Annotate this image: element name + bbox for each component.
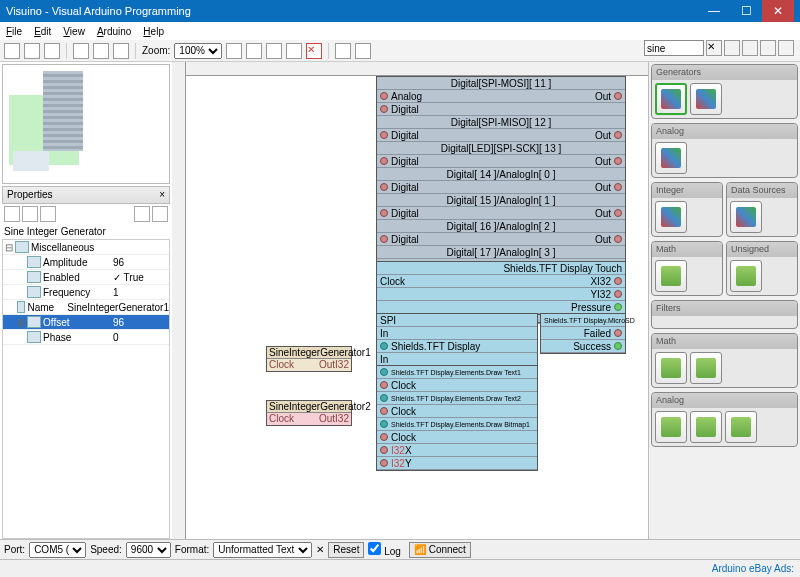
property-row[interactable]: ⊞Offset96 bbox=[3, 315, 169, 330]
tft-elements[interactable]: Shields.TFT Display.Elements.Draw Text1C… bbox=[376, 365, 538, 471]
pin-row[interactable]: DigitalOut bbox=[377, 181, 625, 194]
palette-item[interactable] bbox=[730, 260, 762, 292]
prop-tool1-icon[interactable] bbox=[4, 206, 20, 222]
palette-item[interactable] bbox=[655, 201, 687, 233]
layers-icon[interactable] bbox=[113, 43, 129, 59]
properties-close-icon[interactable]: × bbox=[159, 187, 165, 203]
palette-item[interactable] bbox=[725, 411, 757, 443]
prop-group[interactable]: ⊟ Miscellaneous bbox=[3, 240, 169, 255]
properties-toolbar bbox=[0, 204, 172, 224]
component-palette[interactable]: Generators Analog Integer Data Sources M… bbox=[648, 62, 800, 539]
palette-item[interactable] bbox=[655, 260, 687, 292]
prop-tool4-icon[interactable] bbox=[134, 206, 150, 222]
zoom-fit-icon[interactable] bbox=[266, 43, 282, 59]
menu-help[interactable]: Help bbox=[143, 26, 164, 37]
minimize-button[interactable]: — bbox=[698, 0, 730, 22]
format-label: Format: bbox=[175, 544, 209, 555]
zoom-select[interactable]: 100% bbox=[174, 43, 222, 59]
property-row[interactable]: Enabled✓ True bbox=[3, 270, 169, 285]
prop-tool5-icon[interactable] bbox=[152, 206, 168, 222]
palette-item[interactable] bbox=[690, 411, 722, 443]
element-row[interactable]: Shields.TFT Display.Elements.Draw Text1 bbox=[377, 366, 537, 379]
prop-tool2-icon[interactable] bbox=[22, 206, 38, 222]
view-icon[interactable] bbox=[93, 43, 109, 59]
connect-button[interactable]: 📶 Connect bbox=[409, 542, 471, 558]
grid-icon[interactable] bbox=[73, 43, 89, 59]
zoom-out-icon[interactable] bbox=[246, 43, 262, 59]
pin-row[interactable]: DigitalOut bbox=[377, 129, 625, 142]
delete-icon[interactable]: ✕ bbox=[306, 43, 322, 59]
search-filter3-icon[interactable] bbox=[760, 40, 776, 56]
port-select[interactable]: COM5 ( bbox=[29, 542, 86, 558]
arduino-icon[interactable] bbox=[335, 43, 351, 59]
tft-touch-shield[interactable]: Shields.TFT Display Touch ClockXI32 YI32… bbox=[376, 261, 626, 315]
search-clear-icon[interactable]: ✕ bbox=[706, 40, 722, 56]
upload-icon[interactable] bbox=[355, 43, 371, 59]
overview-map[interactable] bbox=[2, 64, 170, 184]
search-input[interactable] bbox=[644, 40, 704, 56]
pin-row[interactable]: DigitalOut bbox=[377, 233, 625, 246]
palette-item-unsigned[interactable] bbox=[690, 83, 722, 115]
component-name: Sine Integer Generator bbox=[0, 224, 172, 239]
palette-datasources: Data Sources bbox=[726, 182, 798, 237]
palette-item[interactable] bbox=[655, 411, 687, 443]
element-clock[interactable]: Clock bbox=[377, 405, 537, 418]
element-clock[interactable]: Clock bbox=[377, 431, 537, 444]
maximize-button[interactable]: ☐ bbox=[730, 0, 762, 22]
pin-row[interactable]: DigitalOut bbox=[377, 207, 625, 220]
cut-icon[interactable] bbox=[286, 43, 302, 59]
properties-tree[interactable]: ⊟ Miscellaneous Amplitude96Enabled✓ True… bbox=[2, 239, 170, 539]
speed-select[interactable]: 9600 bbox=[126, 542, 171, 558]
search-filter1-icon[interactable] bbox=[724, 40, 740, 56]
palette-math: Math bbox=[651, 241, 723, 296]
log-checkbox[interactable]: Log bbox=[368, 542, 400, 557]
property-row[interactable]: Phase0 bbox=[3, 330, 169, 345]
sine-generator-1[interactable]: SineIntegerGenerator1 ClockOutI32 bbox=[266, 346, 352, 372]
property-row[interactable]: NameSineIntegerGenerator1 bbox=[3, 300, 169, 315]
palette-item-sine-integer[interactable] bbox=[655, 83, 687, 115]
menu-view[interactable]: View bbox=[63, 26, 85, 37]
tft-display[interactable]: SPI In Shields.TFT Display In bbox=[376, 313, 538, 367]
palette-item[interactable] bbox=[655, 352, 687, 384]
prop-tool3-icon[interactable] bbox=[40, 206, 56, 222]
element-clock[interactable]: Clock bbox=[377, 379, 537, 392]
pin-row[interactable]: AnalogOut bbox=[377, 90, 625, 103]
pin-header: Digital[ 15 ]/AnalogIn[ 1 ] bbox=[377, 194, 625, 207]
ruler-vertical bbox=[172, 62, 186, 539]
save-icon[interactable] bbox=[44, 43, 60, 59]
pin-row[interactable]: DigitalOut bbox=[377, 155, 625, 168]
close-button[interactable]: ✕ bbox=[762, 0, 794, 22]
palette-generators: Generators bbox=[651, 64, 798, 119]
element-row[interactable]: Shields.TFT Display.Elements.Draw Bitmap… bbox=[377, 418, 537, 431]
menu-edit[interactable]: Edit bbox=[34, 26, 51, 37]
menu-arduino[interactable]: Arduino bbox=[97, 26, 131, 37]
search-row: ✕ bbox=[644, 40, 794, 56]
palette-item[interactable] bbox=[690, 352, 722, 384]
menubar: File Edit View Arduino Help bbox=[0, 22, 800, 40]
palette-integer: Integer bbox=[651, 182, 723, 237]
pin-header: Digital[ 16 ]/AnalogIn[ 2 ] bbox=[377, 220, 625, 233]
property-row[interactable]: Frequency1 bbox=[3, 285, 169, 300]
new-icon[interactable] bbox=[4, 43, 20, 59]
search-filter4-icon[interactable] bbox=[778, 40, 794, 56]
menu-file[interactable]: File bbox=[6, 26, 22, 37]
sine-generator-2[interactable]: SineIntegerGenerator2 ClockOutI32 bbox=[266, 400, 352, 426]
format-select[interactable]: Unformatted Text bbox=[213, 542, 312, 558]
serial-toolbar: Port: COM5 ( Speed: 9600 Format: Unforma… bbox=[0, 539, 800, 559]
tft-microsd[interactable]: Shields.TFT Display.MicroSD Failed Succe… bbox=[540, 313, 626, 354]
search-filter2-icon[interactable] bbox=[742, 40, 758, 56]
palette-analog: Analog bbox=[651, 123, 798, 178]
element-row[interactable]: Shields.TFT Display.Elements.Draw Text2 bbox=[377, 392, 537, 405]
pin-row[interactable]: Digital bbox=[377, 103, 625, 116]
ruler-horizontal bbox=[172, 62, 648, 76]
palette-item[interactable] bbox=[730, 201, 762, 233]
open-icon[interactable] bbox=[24, 43, 40, 59]
palette-item[interactable] bbox=[655, 142, 687, 174]
reset-button[interactable]: Reset bbox=[328, 542, 364, 558]
clear-icon[interactable]: ✕ bbox=[316, 544, 324, 555]
arduino-ads-link[interactable]: Arduino eBay Ads: bbox=[712, 563, 794, 574]
zoom-in-icon[interactable] bbox=[226, 43, 242, 59]
property-row[interactable]: Amplitude96 bbox=[3, 255, 169, 270]
pin-header: Digital[ 17 ]/AnalogIn[ 3 ] bbox=[377, 246, 625, 259]
design-canvas[interactable]: SineIntegerGenerator1 ClockOutI32 SineIn… bbox=[172, 62, 648, 539]
